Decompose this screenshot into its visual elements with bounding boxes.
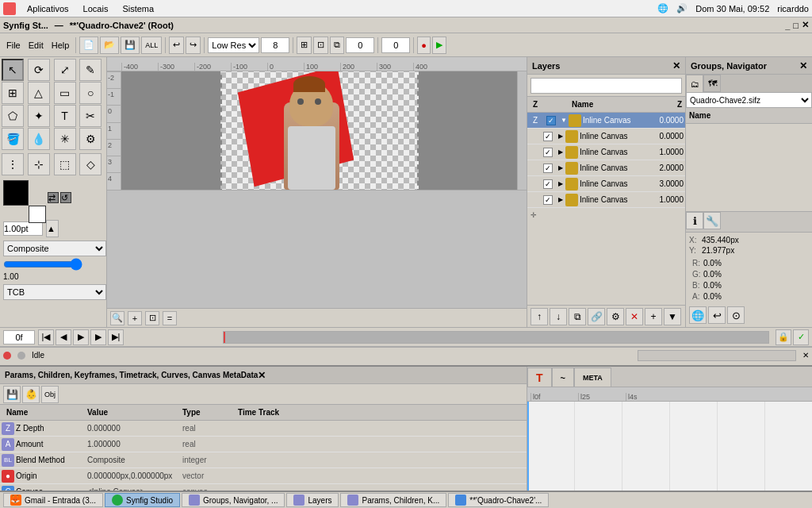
params-children-btn[interactable]: 👶 [22,386,40,403]
layers-close-btn[interactable]: ✕ [672,60,680,71]
canvas-scrollbar-vertical[interactable] [517,71,527,190]
layer-visible-checkbox[interactable]: ✓ [543,164,553,173]
line-width-input[interactable] [3,221,43,236]
timeline-lock-btn[interactable]: 🔒 [776,329,791,345]
next-keyframe-btn[interactable]: ▶| [108,329,124,345]
layer-row[interactable]: ✓ ▶ Inline Canvas 1.0000 [527,192,685,208]
layer-more-btn[interactable]: ▼ [664,308,681,325]
opacity-slider[interactable] [3,260,82,269]
fill-tool-btn[interactable]: 🪣 [2,128,24,150]
taskbar-gmail[interactable]: 🦊 Gmail - Entrada (3... [3,493,103,507]
status-cancel-btn[interactable]: ✕ [802,351,809,360]
menu-edit[interactable]: Edit [25,40,47,50]
render-tab-btn[interactable]: 🌐 [689,306,707,324]
params-meta-btn[interactable]: Obj [41,386,59,403]
polygon-tool-btn[interactable]: ⬠ [2,105,24,127]
layer-visible-checkbox[interactable]: ✓ [543,195,553,205]
swap-colors-btn[interactable]: ⇄ [48,192,59,203]
prev-keyframe-btn[interactable]: |◀ [38,329,54,345]
timeline-scrubber[interactable] [223,331,769,344]
layer-move-down-btn[interactable]: ↓ [550,308,567,325]
snap-btn[interactable]: ⊡ [313,37,328,54]
tool-b[interactable]: ⊹ [28,153,50,175]
navigator-tab[interactable]: 🗺 [703,75,721,92]
menu-sistema[interactable]: Sistema [119,4,157,13]
settings-tool-btn[interactable]: ⚙ [79,128,102,150]
taskbar-layers[interactable]: Layers [286,493,339,507]
next-frame-btn[interactable]: ▶ [90,329,106,345]
layer-delete-btn[interactable]: ✕ [626,308,643,325]
info-tab-btn[interactable]: ℹ [686,212,703,229]
render2-tab-btn[interactable]: ⊙ [727,306,745,324]
frame-end-input[interactable] [381,37,410,53]
quality-select[interactable]: Low Res [208,37,259,53]
layer-expand-btn[interactable]: ▶ [556,164,565,173]
record-btn[interactable]: ● [417,37,431,54]
redo-btn[interactable]: ↪ [186,37,201,54]
tool-c[interactable]: ⬚ [54,153,76,175]
meta-tab-btn[interactable]: META [574,368,611,387]
feather-tool-btn[interactable]: ✳ [54,128,76,150]
layer-visible-checkbox[interactable]: ✓ [543,148,553,157]
current-frame-input[interactable] [3,330,35,344]
frame-input[interactable] [346,37,374,53]
text-tool-btn[interactable]: T [54,105,76,127]
layer-duplicate-btn[interactable]: ⧉ [569,308,586,325]
params-save-btn[interactable]: 💾 [3,386,21,403]
layer-expand-btn[interactable]: ▶ [556,195,565,205]
back-tab-btn[interactable]: ↩ [708,306,726,324]
layer-move-up-btn[interactable]: ↑ [530,308,548,325]
play-pause-btn[interactable]: ▶ [73,329,89,345]
play-btn[interactable]: ▶ [432,37,446,54]
zoom-reset-btn[interactable]: = [163,311,177,325]
select-tool-btn[interactable]: ↖ [2,59,24,81]
curves-tab-btn[interactable]: ~ [552,368,574,387]
param-row-blend[interactable]: BL Blend Method Composite integer [0,452,527,468]
circle-tool-btn[interactable]: ○ [79,82,102,104]
scale-tool-btn[interactable]: ⤢ [54,59,76,81]
transform-tool-btn[interactable]: ⊞ [2,82,24,104]
undo-btn[interactable]: ↩ [169,37,184,54]
layer-expand-btn[interactable]: ▶ [556,148,565,157]
zoom-in-btn[interactable]: + [128,311,142,325]
layer-visible-checkbox[interactable]: ✓ [546,116,556,125]
eyedropper-tool-btn[interactable]: 💧 [28,128,50,150]
layer-visible-checkbox[interactable]: ✓ [543,132,553,141]
taskbar-synfig[interactable]: Synfig Studio [105,493,180,507]
menu-file[interactable]: File [3,40,24,50]
close-btn[interactable]: ✕ [802,20,809,30]
quality-value[interactable] [261,37,289,53]
fg-color-box[interactable] [3,180,29,206]
taskbar-groups[interactable]: Groups, Navigator, ... [182,493,285,507]
color-picker[interactable] [3,180,38,215]
canvas-select[interactable]: Quadro-Chave2.sifz [686,92,812,108]
zoom-fit-btn[interactable]: ⊡ [145,311,159,325]
bg-color-box[interactable] [29,206,46,223]
settings-tab-btn[interactable]: 🔧 [703,212,721,229]
layer-visible-checkbox[interactable]: ✓ [543,179,553,189]
layer-add-btn[interactable]: + [645,308,662,325]
nav-file-item[interactable]: 🔶 Quadro-Chave2.sifz [689,324,809,327]
line-width-up[interactable]: ▲ [46,220,59,237]
layer-row[interactable]: ✓ ▶ Inline Canvas 3.0000 [527,176,685,192]
params-close-btn[interactable]: ✕ [258,370,266,381]
grid-btn[interactable]: ⊞ [297,37,312,54]
taskbar-params[interactable]: Params, Children, K... [340,493,446,507]
groups-tab[interactable]: 🗂 [686,75,703,92]
cut-tool-btn[interactable]: ✂ [79,105,102,127]
layer-row[interactable]: Z ✓ ▼ Inline Canvas 0.0000 [527,113,685,129]
layer-settings-btn[interactable]: ⚙ [607,308,624,325]
minimize-btn[interactable]: _ [785,21,790,30]
star-tool-btn[interactable]: ✦ [28,105,50,127]
param-row-origin[interactable]: ● Origin 0.000000px,0.000000px vector [0,468,527,484]
rotate-tool-btn[interactable]: ⟳ [28,59,50,81]
open-btn[interactable]: 📂 [100,37,119,54]
tool-d[interactable]: ◇ [79,153,102,175]
tool-a[interactable]: ⋮ [2,153,24,175]
param-row-zdepth[interactable]: Z Z Depth 0.000000 real [0,421,527,437]
maximize-btn[interactable]: □ [793,21,799,30]
canvas-viewport[interactable] [121,71,517,190]
menu-aplicativos[interactable]: Aplicativos [24,4,72,13]
menu-help[interactable]: Help [48,40,73,50]
layers-search-input[interactable] [530,78,682,94]
